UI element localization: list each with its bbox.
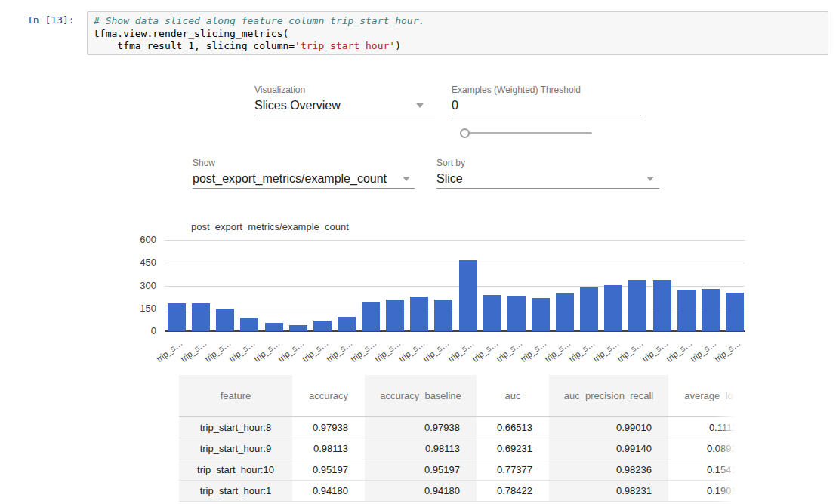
bar[interactable] — [726, 293, 744, 331]
bar[interactable] — [313, 321, 332, 331]
y-tick-label: 0 — [140, 325, 156, 337]
sort-by-label: Sort by — [436, 158, 465, 168]
metric-cell: 0.99010 — [549, 416, 668, 438]
bar[interactable] — [628, 280, 646, 331]
visualization-label: Visualization — [254, 85, 305, 95]
show-label: Show — [193, 158, 215, 168]
bar[interactable] — [653, 280, 671, 331]
metric-cell: 0.97938 — [292, 416, 365, 438]
y-tick-label: 300 — [140, 280, 156, 291]
metric-cell: 0.94180 — [365, 480, 477, 501]
code-line3: tfma_result_1, slicing_column='trip_star… — [94, 40, 401, 51]
bar[interactable] — [168, 303, 186, 331]
bar[interactable] — [338, 317, 356, 331]
metric-cell: 0.97938 — [365, 416, 477, 438]
threshold-underline — [452, 115, 641, 115]
metrics-table-grid: featureaccuracyaccuracy_baselineaucauc_p… — [179, 375, 735, 502]
show-metric-select[interactable]: post_export_metrics/example_count — [193, 172, 387, 186]
legend-label: post_export_metrics/example_count — [191, 221, 349, 232]
y-tick-label: 150 — [140, 303, 156, 314]
metric-cell: 0.94180 — [292, 480, 365, 501]
metric-cell: 0.99140 — [549, 438, 668, 459]
bar[interactable] — [532, 298, 550, 331]
chevron-down-icon[interactable] — [403, 177, 410, 181]
metric-cell: 0.95197 — [365, 459, 477, 480]
threshold-label: Examples (Weighted) Threshold — [452, 85, 581, 95]
y-tick-label: 600 — [140, 234, 156, 245]
sort-by-select[interactable]: Slice — [436, 172, 463, 186]
code-text: # Show data sliced along feature column … — [94, 15, 822, 53]
table-row[interactable]: trip_start_hour:80.979380.979380.665130.… — [179, 416, 735, 438]
table-row[interactable]: trip_start_hour:10.941800.941800.784220.… — [179, 480, 735, 501]
bar[interactable] — [580, 287, 598, 331]
bar[interactable] — [289, 325, 307, 331]
metric-cell: 0.98113 — [292, 438, 365, 459]
legend-swatch — [168, 222, 186, 232]
sort-underline — [436, 188, 659, 189]
bar[interactable] — [604, 285, 622, 332]
visualization-underline — [254, 115, 435, 115]
bar[interactable] — [434, 300, 452, 331]
bar[interactable] — [240, 318, 258, 331]
table-right-fade — [715, 375, 735, 504]
metric-cell: 0.98236 — [549, 459, 668, 480]
visualization-select[interactable]: Slices Overview — [254, 99, 341, 112]
table-row[interactable]: trip_start_hour:100.951970.951970.773770… — [179, 459, 735, 480]
show-underline — [193, 188, 415, 189]
metric-cell: 0.98113 — [365, 438, 477, 459]
table-row[interactable]: trip_start_hour:90.981130.981130.692310.… — [179, 438, 735, 459]
bar[interactable] — [410, 297, 428, 331]
threshold-input[interactable]: 0 — [452, 99, 458, 112]
bar[interactable] — [265, 323, 283, 331]
column-header[interactable]: feature — [179, 375, 292, 416]
feature-cell: trip_start_hour:8 — [179, 416, 292, 438]
feature-cell: trip_start_hour:10 — [179, 459, 292, 480]
bar[interactable] — [192, 303, 210, 331]
code-string-literal: 'trip_start_hour' — [295, 40, 395, 51]
chevron-down-icon[interactable] — [416, 103, 424, 108]
bar[interactable] — [556, 293, 574, 331]
code-comment: # Show data sliced along feature column … — [94, 15, 424, 26]
metric-cell: 0.69231 — [477, 438, 549, 459]
threshold-slider-thumb[interactable] — [460, 128, 470, 138]
metric-cell: 0.78422 — [477, 480, 549, 501]
bar[interactable] — [483, 295, 501, 331]
bar-series — [168, 240, 744, 331]
slices-bar-chart[interactable]: post_export_metrics/example_count 600450… — [140, 220, 753, 368]
bar[interactable] — [459, 260, 477, 331]
metric-cell: 0.95197 — [292, 459, 365, 480]
bar[interactable] — [507, 296, 526, 331]
cell-prompt: In [13]: — [27, 14, 75, 26]
column-header[interactable]: accuracy_baseline — [365, 375, 477, 416]
metric-cell: 0.77377 — [477, 459, 549, 480]
chevron-down-icon[interactable] — [646, 177, 654, 181]
table-header-row: featureaccuracyaccuracy_baselineaucauc_p… — [179, 375, 735, 416]
metric-cell: 0.66513 — [477, 416, 549, 438]
code-line2: tfma.view.render_slicing_metrics( — [94, 28, 288, 39]
column-header[interactable]: auc_precision_recall — [549, 375, 668, 416]
code-cell[interactable]: # Show data sliced along feature column … — [87, 11, 828, 55]
y-tick-label: 450 — [140, 257, 156, 268]
bar[interactable] — [677, 290, 696, 331]
bar[interactable] — [216, 309, 234, 331]
column-header[interactable]: auc — [477, 375, 549, 416]
feature-cell: trip_start_hour:1 — [179, 480, 292, 501]
metrics-table[interactable]: featureaccuracyaccuracy_baselineaucauc_p… — [179, 375, 735, 504]
bar[interactable] — [386, 300, 404, 331]
bar[interactable] — [362, 302, 380, 331]
threshold-slider-track[interactable] — [466, 132, 592, 134]
column-header[interactable]: accuracy — [292, 375, 365, 416]
metric-cell: 0.98231 — [549, 480, 668, 501]
feature-cell: trip_start_hour:9 — [179, 438, 292, 459]
bar[interactable] — [702, 289, 720, 331]
